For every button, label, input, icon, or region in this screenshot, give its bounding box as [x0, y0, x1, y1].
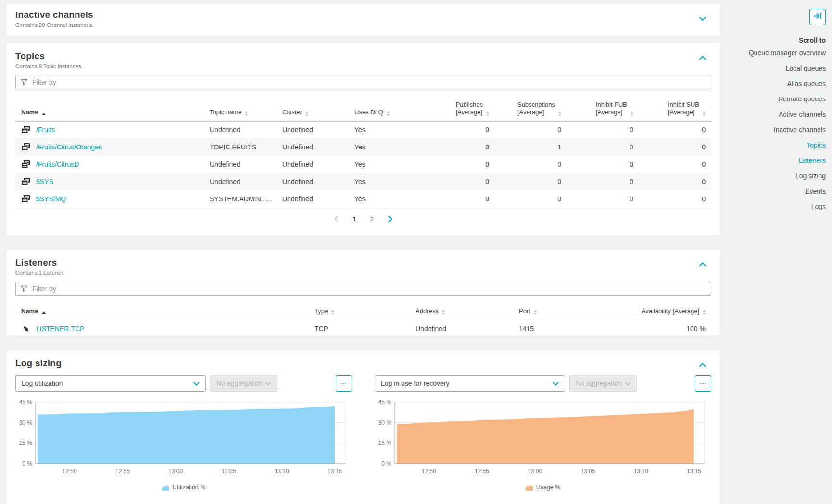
column-label: Inhibit PUB [Average]	[596, 101, 627, 117]
sidebar-item-topics[interactable]: Topics	[720, 137, 826, 153]
filter-input[interactable]	[15, 282, 711, 296]
table-row: /Fruits/CitrusDUndefinedUndefinedYes0000	[15, 156, 711, 173]
more-options-button[interactable]: ...	[336, 375, 352, 392]
page-number-1[interactable]: 1	[349, 214, 360, 224]
table-cell: 0	[567, 190, 639, 208]
aggregation-select: No aggregation	[569, 375, 637, 392]
column-header-name[interactable]: Name	[15, 303, 309, 320]
previous-page-icon[interactable]	[331, 214, 342, 223]
more-options-button[interactable]: ...	[695, 375, 711, 392]
svg-text:45 %: 45 %	[378, 399, 392, 406]
column-header-availability-average-[interactable]: Availability [Average]	[629, 303, 711, 320]
expand-panel-button[interactable]	[697, 14, 708, 23]
metric-select[interactable]: Log utilization	[15, 375, 206, 392]
chart-legend: Usage %	[375, 484, 711, 491]
table-cell: 100 %	[629, 320, 711, 337]
column-label: Name	[21, 307, 38, 315]
chart-legend: Utilization %	[15, 484, 352, 491]
table-cell: Undefined	[277, 138, 349, 156]
sidebar-item-active-channels[interactable]: Active channels	[720, 107, 826, 122]
column-label: Availability [Average]	[642, 307, 699, 315]
collapse-panel-button[interactable]	[697, 361, 708, 369]
double-triangle-icon	[305, 111, 308, 116]
table-header-row: NameTypeAddressPortAvailability [Average…	[15, 303, 711, 320]
table-cell: Yes	[349, 156, 437, 173]
filter-input[interactable]	[15, 75, 711, 89]
chevron-up-icon	[699, 55, 706, 62]
table-cell: 0	[495, 190, 567, 208]
panel-title: Inactive channels	[15, 10, 711, 20]
sidebar-item-logs[interactable]: Logs	[720, 199, 826, 214]
column-label: Type	[315, 307, 328, 315]
panel-topics: Topics Contains 9 Topic instances. NameT…	[7, 43, 720, 235]
double-triangle-icon	[442, 310, 445, 315]
column-label: Subscriptions [Average]	[517, 101, 555, 117]
table-cell: 0	[567, 173, 639, 190]
table-cell: $SYS	[15, 173, 204, 190]
svg-text:13:00: 13:00	[528, 468, 542, 475]
table-header-row: NameTopic nameClusterUses DLQPublishes […	[15, 96, 711, 121]
double-triangle-icon	[703, 310, 706, 315]
sidebar-item-local-queues[interactable]: Local queues	[720, 61, 826, 76]
topic-link[interactable]: /Fruits/CitrusD	[36, 160, 79, 168]
sidebar-item-log-sizing[interactable]: Log sizing	[720, 168, 826, 184]
column-header-uses-dlq[interactable]: Uses DLQ	[349, 96, 437, 121]
column-label: Publishes [Average]	[456, 101, 483, 117]
topic-icon	[21, 160, 30, 168]
collapse-panel-button[interactable]	[697, 54, 708, 62]
table-row: /Fruits/Citrus/OrangesTOPIC.FRUITSUndefi…	[15, 138, 711, 156]
chevron-down-icon	[193, 380, 200, 387]
topic-link[interactable]: $SYS	[36, 178, 53, 185]
sidebar-toggle-button[interactable]	[809, 9, 826, 25]
table-cell: Undefined	[277, 190, 349, 208]
table-cell: 0	[639, 121, 711, 138]
sidebar-item-listeners[interactable]: Listeners	[720, 153, 826, 168]
sidebar-item-queue-manager-overview[interactable]: Queue manager overview	[720, 45, 826, 61]
column-label: Port	[519, 307, 530, 315]
svg-text:15 %: 15 %	[19, 440, 33, 446]
aggregation-select-value: No aggregation	[576, 380, 622, 387]
topic-link[interactable]: /Fruits	[36, 126, 55, 134]
topic-link[interactable]: /Fruits/Citrus/Oranges	[36, 143, 102, 151]
svg-text:12:50: 12:50	[422, 468, 436, 475]
column-header-subscriptions[interactable]: Subscriptions [Average]	[495, 96, 567, 121]
sidebar-item-inactive-channels[interactable]: Inactive channels	[720, 122, 826, 137]
table-cell: /Fruits/Citrus/Oranges	[15, 138, 204, 156]
table-cell: /Fruits/CitrusD	[15, 156, 204, 173]
column-header-name[interactable]: Name	[15, 96, 204, 121]
listeners-table: NameTypeAddressPortAvailability [Average…	[15, 303, 711, 337]
sidebar-item-events[interactable]: Events	[720, 184, 826, 199]
double-triangle-icon	[703, 111, 706, 116]
double-triangle-icon	[486, 111, 489, 116]
column-header-inhibit-sub[interactable]: Inhibit SUB [Average]	[639, 96, 711, 121]
panel-title: Listeners	[15, 258, 711, 268]
page-number-2[interactable]: 2	[367, 214, 378, 224]
column-header-inhibit-pub[interactable]: Inhibit PUB [Average]	[567, 96, 639, 121]
metric-select[interactable]: Log in use for recovery	[375, 375, 565, 392]
table-cell: 0	[437, 138, 495, 156]
topic-link[interactable]: $SYS/MQ	[36, 195, 66, 203]
column-header-port[interactable]: Port	[513, 303, 629, 320]
topic-icon	[21, 126, 30, 134]
column-header-address[interactable]: Address	[410, 303, 513, 320]
svg-text:0 %: 0 %	[22, 460, 32, 467]
area-chart: 0 %15 %30 %45 %12:5012:5513:0013:0513:10…	[375, 399, 711, 476]
table-cell: LISTENER.TCP	[15, 320, 309, 337]
svg-text:0 %: 0 %	[381, 460, 391, 467]
svg-text:12:55: 12:55	[115, 468, 130, 475]
double-triangle-icon	[331, 310, 334, 315]
table-cell: Undefined	[204, 173, 277, 190]
scroll-to-nav: Queue manager overviewLocal queuesAlias …	[720, 45, 826, 214]
column-label: Inhibit SUB [Average]	[668, 101, 699, 117]
table-row: /FruitsUndefinedUndefinedYes0000	[15, 121, 711, 138]
next-page-icon[interactable]	[384, 214, 396, 224]
column-header-publishes[interactable]: Publishes [Average]	[437, 96, 495, 121]
sidebar-item-alias-queues[interactable]: Alias queues	[720, 76, 826, 91]
listener-link[interactable]: LISTENER.TCP	[36, 325, 84, 332]
column-header-cluster[interactable]: Cluster	[277, 96, 349, 121]
collapse-panel-button[interactable]	[697, 260, 708, 269]
double-triangle-icon	[558, 111, 561, 116]
sidebar-item-remote-queues[interactable]: Remote queues	[720, 91, 826, 107]
column-header-type[interactable]: Type	[309, 303, 410, 320]
column-header-topic-name[interactable]: Topic name	[204, 96, 277, 121]
